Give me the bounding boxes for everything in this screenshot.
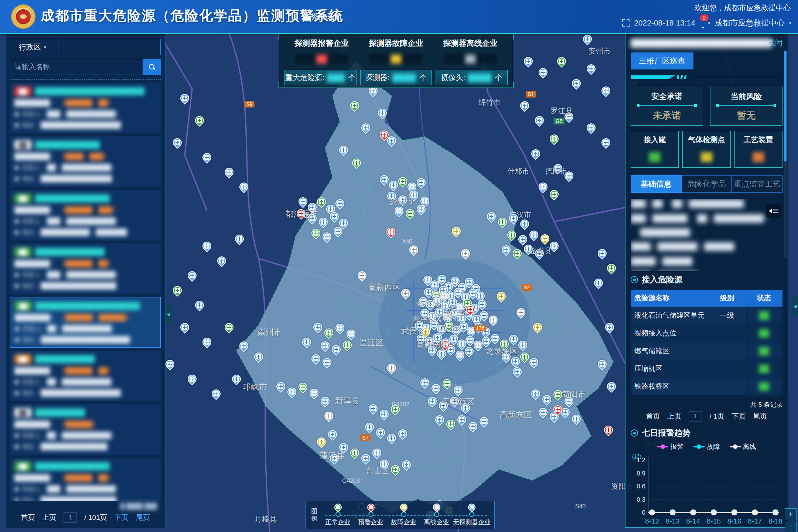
map-marker-pin[interactable] (215, 255, 228, 267)
bell-caret-icon[interactable]: ▾ (708, 20, 710, 26)
map-marker-pin[interactable] (315, 436, 328, 448)
map-marker-pin[interactable] (505, 229, 518, 241)
user-menu-caret-icon[interactable]: ▾ (789, 20, 791, 26)
table-row[interactable]: 燃气储罐区 ██ (631, 342, 782, 360)
map-marker-pin[interactable] (585, 62, 597, 75)
first-page-link[interactable]: 首页 (646, 412, 660, 421)
map-marker-pin[interactable] (326, 428, 339, 441)
detail-scrollbar[interactable] (784, 51, 787, 258)
map-marker-pin[interactable] (531, 321, 544, 334)
map-marker-pin[interactable] (485, 210, 498, 223)
map-marker-pin[interactable] (537, 406, 549, 419)
enterprise-card[interactable]: █████████████████████████：【██████－██】负责人… (10, 458, 161, 501)
map-marker-pin[interactable] (548, 188, 560, 201)
map-marker-pin[interactable] (238, 181, 250, 193)
map-marker-pin[interactable] (396, 427, 409, 440)
region-select[interactable]: 行政区 ▾ (10, 39, 55, 55)
map-marker-pin[interactable] (319, 340, 331, 352)
map-marker-pin[interactable] (385, 226, 397, 238)
map-marker-pin[interactable] (321, 356, 333, 369)
map-marker-pin[interactable] (516, 339, 529, 351)
map-marker-pin[interactable] (286, 386, 298, 398)
tab-key-supervised-process[interactable]: 重点监管工艺 (732, 175, 782, 192)
map-marker-pin[interactable] (201, 240, 213, 252)
map-marker-pin[interactable] (193, 299, 206, 311)
last-page-link[interactable]: 尾页 (753, 412, 767, 421)
search-input[interactable]: 请输入名称 (10, 59, 143, 75)
map-marker-pin[interactable] (605, 262, 618, 274)
map-marker-pin[interactable] (345, 328, 357, 340)
table-row[interactable]: 视频接入点位 ██ (631, 324, 782, 342)
system-nav-button[interactable]: 系统导航 (302, 12, 342, 22)
map-marker-pin[interactable] (592, 277, 605, 289)
map-marker-pin[interactable] (334, 322, 346, 334)
map-marker-pin[interactable] (430, 382, 442, 395)
map-marker-pin[interactable] (518, 99, 531, 112)
map-marker-pin[interactable] (178, 92, 191, 105)
map-marker-pin[interactable] (600, 85, 612, 97)
map-marker-pin[interactable] (310, 352, 322, 365)
map-marker-pin[interactable] (193, 114, 206, 127)
map-marker-pin[interactable] (507, 333, 520, 345)
map-marker-pin[interactable] (452, 384, 464, 396)
map-marker-pin[interactable] (511, 247, 524, 260)
map-marker-pin[interactable] (348, 447, 361, 459)
map-marker-pin[interactable] (537, 181, 549, 193)
map-marker-pin[interactable] (404, 207, 416, 220)
map-marker-pin[interactable] (230, 373, 243, 385)
map-marker-pin[interactable] (317, 216, 330, 228)
map-marker-pin[interactable] (186, 373, 198, 385)
map-marker-pin[interactable] (297, 381, 309, 393)
map-marker-pin[interactable] (407, 243, 420, 256)
map-marker-pin[interactable] (274, 380, 287, 393)
detail-collapse-handle[interactable]: ◀ (792, 296, 798, 317)
map-marker-pin[interactable] (602, 424, 615, 436)
map-marker-pin[interactable] (596, 247, 608, 260)
map-marker-pin[interactable] (426, 395, 439, 407)
map-zoom-out-button[interactable]: − (785, 521, 797, 532)
map-marker-pin[interactable] (367, 402, 379, 415)
map-zoom-in-button[interactable]: + (785, 508, 797, 520)
prev-page-link[interactable]: 上页 (42, 513, 56, 522)
map-marker-pin[interactable] (385, 432, 398, 444)
map-marker-pin[interactable] (400, 458, 413, 471)
map-marker-pin[interactable] (363, 421, 376, 433)
map-marker-pin[interactable] (348, 99, 361, 112)
map-marker-pin[interactable] (238, 340, 250, 352)
map-marker-pin[interactable] (330, 343, 342, 356)
map-marker-pin[interactable] (300, 336, 313, 348)
map-marker-pin[interactable] (311, 321, 324, 334)
enterprise-card[interactable]: ███████████████████████：【████－███】负责人：██… (10, 136, 161, 187)
map-marker-pin[interactable] (337, 144, 350, 156)
map-marker-pin[interactable] (186, 269, 198, 282)
map-marker-pin[interactable] (210, 388, 222, 400)
map-marker-pin[interactable] (537, 66, 549, 79)
map-marker-pin[interactable] (570, 77, 583, 90)
table-row[interactable]: 铁路栈桥区 ██ (631, 378, 782, 395)
map-marker-pin[interactable] (570, 413, 583, 425)
enterprise-card[interactable]: ████████████████████████：【██████－██】负责人：… (10, 243, 161, 294)
map-marker-pin[interactable] (319, 395, 331, 407)
page-number-input[interactable]: 1 (689, 411, 702, 422)
notification-bell[interactable]: 0 (700, 18, 703, 27)
search-button[interactable] (143, 59, 161, 75)
map-marker-pin[interactable] (223, 166, 235, 178)
map-marker-pin[interactable] (315, 195, 328, 208)
map-marker-pin[interactable] (600, 136, 612, 149)
map-marker-pin[interactable] (585, 122, 597, 134)
map-marker-pin[interactable] (515, 306, 527, 319)
map-marker-pin[interactable] (450, 225, 463, 238)
map-marker-pin[interactable] (374, 426, 387, 439)
map-marker-pin[interactable] (223, 321, 235, 334)
map-marker-pin[interactable] (389, 463, 402, 476)
map-marker-pin[interactable] (350, 157, 363, 169)
map-marker-pin[interactable] (605, 380, 618, 393)
map-marker-pin[interactable] (233, 233, 246, 245)
map-marker-pin[interactable] (581, 33, 594, 45)
map-marker-pin[interactable] (359, 452, 372, 465)
map-marker-pin[interactable] (310, 227, 322, 239)
map-marker-pin[interactable] (308, 387, 320, 399)
map-marker-pin[interactable] (516, 233, 529, 246)
map-marker-pin[interactable] (433, 413, 446, 426)
map-marker-pin[interactable] (528, 356, 540, 369)
